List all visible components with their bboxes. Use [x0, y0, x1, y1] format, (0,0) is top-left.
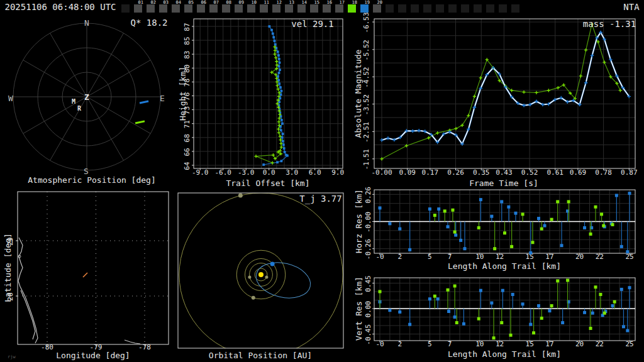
svg-text:-4.52: -4.52 [362, 67, 370, 88]
frame-number: 02 [151, 1, 156, 5]
svg-text:71: 71 [183, 120, 191, 128]
frame-box-empty[interactable] [486, 4, 494, 13]
frame-number: 12 [277, 1, 282, 5]
frame-box-13[interactable]: 13 [285, 4, 293, 13]
orbital-plot [178, 193, 343, 356]
mars-dot [252, 296, 255, 300]
frame-box-empty[interactable] [499, 4, 507, 13]
svg-text:12: 12 [496, 253, 504, 261]
svg-text:2: 2 [397, 340, 402, 348]
frame-box-17[interactable]: 17 [335, 4, 343, 13]
frame-box-empty[interactable] [461, 4, 469, 13]
svg-text:28: 28 [6, 292, 14, 300]
svg-text:-78: -78 [138, 343, 151, 351]
svg-text:-3.0: -3.0 [238, 168, 255, 177]
plots-canvas: -9.0-6.0-3.00.03.06.09.08785838078767371… [0, 0, 644, 362]
svg-text:87: 87 [183, 23, 191, 31]
svg-text:29: 29 [6, 237, 14, 245]
svg-text:85: 85 [183, 36, 191, 45]
meteor-analysis-app: -9.0-6.0-3.00.03.06.09.08785838078767371… [0, 0, 644, 362]
frame-number: 10 [252, 1, 257, 5]
svg-text:-0.26: -0.26 [364, 239, 372, 260]
svg-text:0.61: 0.61 [547, 168, 564, 177]
frame-number: 16 [327, 1, 332, 5]
svg-text:-1.51: -1.51 [362, 149, 370, 170]
frame-box-empty[interactable] [423, 4, 431, 13]
svg-text:-9.0: -9.0 [192, 168, 209, 177]
frame-number: 14 [302, 1, 307, 5]
svg-text:0.17: 0.17 [422, 168, 439, 177]
svg-text:25: 25 [625, 340, 633, 348]
svg-text:15: 15 [526, 340, 534, 348]
frame-box-12[interactable]: 12 [272, 4, 280, 13]
frame-number: 11 [264, 1, 269, 5]
frame-box-02[interactable]: 02 [147, 4, 155, 13]
frame-box-empty[interactable] [121, 4, 130, 13]
svg-text:7: 7 [448, 340, 452, 348]
frame-number: 20 [377, 1, 382, 5]
atmospheric-polar-plot [13, 23, 160, 170]
svg-text:12: 12 [496, 340, 504, 348]
frame-number: 07 [214, 1, 219, 5]
frame-box-06[interactable]: 06 [197, 4, 205, 13]
svg-text:10: 10 [475, 340, 484, 348]
svg-text:-2.51: -2.51 [362, 122, 370, 143]
frame-box-empty[interactable] [474, 4, 482, 13]
svg-text:-6.53: -6.53 [362, 12, 370, 33]
frame-box-08[interactable]: 08 [222, 4, 230, 13]
frame-box-15[interactable]: 15 [310, 4, 318, 13]
frame-number: 04 [176, 1, 181, 5]
frame-box-07[interactable]: 07 [209, 4, 218, 13]
frame-box-09[interactable]: 09 [235, 4, 243, 13]
svg-text:76: 76 [183, 92, 191, 101]
svg-text:0.35: 0.35 [473, 168, 490, 177]
frame-box-05[interactable]: 05 [184, 4, 192, 13]
frame-number: 18 [352, 1, 357, 5]
svg-text:5: 5 [428, 340, 432, 348]
frame-number: 01 [138, 1, 143, 5]
frame-box-14[interactable]: 14 [297, 4, 306, 13]
frame-box-11[interactable]: 11 [260, 4, 268, 13]
svg-text:25: 25 [625, 253, 633, 261]
frame-box-empty[interactable] [411, 4, 419, 13]
frame-box-20[interactable]: 20 [373, 4, 381, 13]
svg-text:10: 10 [475, 253, 484, 261]
svg-text:0.87: 0.87 [621, 168, 638, 177]
frame-number: 05 [189, 1, 194, 5]
mercury-dot [265, 276, 268, 279]
frame-box-empty[interactable] [511, 4, 519, 13]
svg-text:2: 2 [397, 253, 402, 261]
svg-text:-0: -0 [375, 340, 384, 348]
frame-number: 08 [226, 1, 231, 5]
height-trail-plot: -9.0-6.0-3.00.03.06.09.08785838078767371… [183, 19, 344, 177]
horz-res-plot: -0257101215172022250.26-0.00-0.26 [364, 187, 635, 261]
svg-text:20: 20 [575, 340, 584, 348]
frame-box-18[interactable]: 18 [348, 4, 356, 13]
frame-box-empty[interactable] [398, 4, 406, 13]
frame-box-10[interactable]: 10 [247, 4, 255, 13]
frame-box-empty[interactable] [436, 4, 444, 13]
svg-text:73: 73 [183, 106, 191, 114]
svg-text:66: 66 [183, 148, 191, 156]
svg-text:0.52: 0.52 [521, 168, 538, 177]
vert-res-plot: -0257101215172022250.450.00-0.45 [364, 275, 635, 348]
frame-box-16[interactable]: 16 [323, 4, 331, 13]
frame-number: 03 [164, 1, 169, 5]
svg-text:64: 64 [183, 162, 191, 170]
frame-box-01[interactable]: 01 [134, 4, 142, 13]
svg-text:-0: -0 [375, 253, 384, 261]
svg-text:0.09: 0.09 [399, 168, 416, 177]
svg-text:22: 22 [596, 253, 604, 261]
frame-box-empty[interactable] [386, 4, 394, 13]
svg-text:20: 20 [575, 253, 584, 261]
svg-text:-79: -79 [90, 343, 103, 351]
frame-box-19[interactable]: 19 [360, 4, 369, 13]
frame-box-03[interactable]: 03 [159, 4, 167, 13]
svg-text:-3.52: -3.52 [362, 94, 370, 115]
ground-map-plot: -80-79-782928 [6, 192, 169, 351]
frame-box-04[interactable]: 04 [172, 4, 180, 13]
svg-text:-80: -80 [41, 343, 53, 351]
frame-number: 17 [340, 1, 345, 5]
svg-text:0.43: 0.43 [496, 168, 513, 177]
frame-box-empty[interactable] [448, 4, 457, 13]
